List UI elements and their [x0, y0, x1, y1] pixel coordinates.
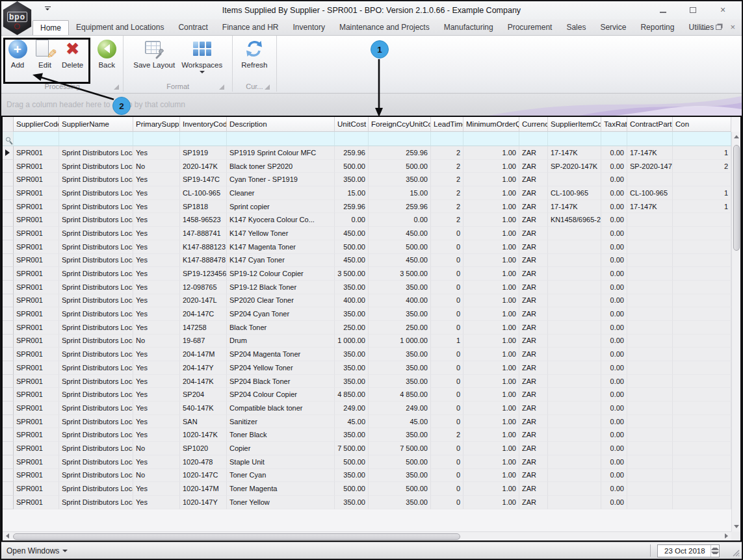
grid-cell[interactable]: 400.00 [369, 294, 431, 308]
filter-cell-suppliercode[interactable] [14, 132, 59, 146]
grid-cell[interactable] [673, 335, 731, 348]
grid-cell[interactable]: Sprint Distributors Local [59, 348, 133, 361]
grid-cell[interactable]: 350.00 [369, 428, 431, 442]
grid-cell[interactable]: 0.00 [601, 173, 627, 186]
grid-cell[interactable]: SPR001 [14, 321, 59, 335]
grid-cell[interactable]: Yes [133, 186, 180, 200]
grid-cell[interactable] [548, 321, 601, 335]
grid-cell[interactable] [627, 335, 673, 348]
grid-cell[interactable]: ZAR [519, 146, 548, 160]
dialog-launcher-icon[interactable] [219, 84, 224, 90]
tab-maintenance-and-projects[interactable]: Maintenance and Projects [332, 20, 437, 35]
grid-cell[interactable]: Yes [133, 496, 180, 509]
maximize-icon[interactable] [684, 5, 701, 16]
grid-cell[interactable]: Black Toner [227, 321, 335, 335]
grid-cell[interactable]: Toner Yellow [227, 496, 335, 509]
grid-cell[interactable]: 1.00 [463, 375, 519, 388]
grid-cell[interactable]: 350.00 [335, 428, 369, 442]
column-header-contractpartno[interactable]: ContractPartNo [627, 117, 673, 132]
grid-cell[interactable]: 0 [431, 227, 463, 240]
grid-cell[interactable]: SP2020 Clear Toner [227, 294, 335, 308]
grid-cell[interactable]: SPR001 [14, 496, 59, 509]
grid-cell[interactable] [627, 496, 673, 509]
grid-cell[interactable]: Sanitizer [227, 415, 335, 429]
grid-cell[interactable]: 1 [431, 335, 463, 348]
grid-cell[interactable]: CL-100-965 [180, 186, 227, 200]
grid-cell[interactable]: 0.00 [601, 442, 627, 455]
grid-cell[interactable] [627, 321, 673, 335]
grid-cell[interactable]: 0.00 [601, 160, 627, 173]
grid-cell[interactable] [548, 267, 601, 281]
grid-cell[interactable]: 350.00 [369, 173, 431, 186]
grid-cell[interactable]: 1.00 [463, 254, 519, 268]
grid-cell[interactable]: Yes [133, 321, 180, 335]
grid-cell[interactable]: 1.00 [463, 482, 519, 496]
delete-button[interactable]: ✖ Delete [59, 37, 86, 70]
grid-cell[interactable]: ZAR [519, 254, 548, 268]
grid-cell[interactable]: 19-687 [180, 335, 227, 348]
grid-cell[interactable]: Yes [133, 213, 180, 227]
table-row[interactable]: SPR001Sprint Distributors LocalYes540-14… [3, 401, 731, 415]
grid-cell[interactable]: Sprint Distributors Local [59, 281, 133, 294]
grid-cell[interactable] [673, 240, 731, 254]
grid-cell[interactable]: 45.00 [335, 415, 369, 429]
open-windows-dropdown[interactable]: Open Windows [7, 546, 68, 555]
tab-service[interactable]: Service [593, 20, 633, 35]
grid-cell[interactable]: No [133, 335, 180, 348]
grid-cell[interactable] [548, 375, 601, 388]
grid-cell[interactable]: 2 [673, 160, 731, 173]
grid-cell[interactable]: 0 [431, 240, 463, 254]
grid-cell[interactable]: 0 [431, 455, 463, 469]
grid-cell[interactable]: SPR001 [14, 348, 59, 361]
grid-cell[interactable] [548, 348, 601, 361]
grid-cell[interactable]: 500.00 [335, 240, 369, 254]
tab-contract[interactable]: Contract [171, 20, 215, 35]
grid-cell[interactable] [548, 469, 601, 483]
grid-cell[interactable]: ZAR [519, 173, 548, 186]
grid-cell[interactable] [627, 213, 673, 227]
grid-cell[interactable]: 15.00 [369, 186, 431, 200]
grid-cell[interactable]: Sprint Distributors Local [59, 375, 133, 388]
date-field[interactable]: 23 Oct 2018 [657, 544, 720, 557]
grid-cell[interactable]: 0.00 [601, 281, 627, 294]
grid-cell[interactable] [548, 415, 601, 429]
table-row[interactable]: SPR001Sprint Distributors LocalYes204-14… [3, 307, 731, 321]
grid-cell[interactable] [673, 415, 731, 429]
grid-cell[interactable] [627, 173, 673, 186]
tab-manufacturing[interactable]: Manufacturing [437, 20, 501, 35]
grid-cell[interactable]: K147-888123 [180, 240, 227, 254]
grid-cell[interactable]: SPR001 [14, 375, 59, 388]
workspaces-button[interactable]: Workspaces [178, 37, 226, 77]
grid-cell[interactable]: Sprint Distributors Local [59, 227, 133, 240]
grid-cell[interactable]: 0 [431, 415, 463, 429]
grid-cell[interactable]: CL-100-965 [548, 186, 601, 200]
filter-cell-suppliername[interactable] [59, 132, 133, 146]
edit-button[interactable]: ✎ Edit [31, 37, 59, 70]
grid-cell[interactable]: Yes [133, 482, 180, 496]
grid-cell[interactable]: Copier [227, 442, 335, 455]
grid-cell[interactable]: SPR001 [14, 213, 59, 227]
tab-sales[interactable]: Sales [559, 20, 593, 35]
grid-cell[interactable]: SPR001 [14, 415, 59, 429]
grid-cell[interactable]: 350.00 [369, 307, 431, 321]
grid-cell[interactable]: 350.00 [335, 307, 369, 321]
grid-cell[interactable]: 0 [431, 496, 463, 509]
grid-cell[interactable]: Sprint Distributors Local [59, 415, 133, 429]
filter-cell-supplieritemcode[interactable] [548, 132, 601, 146]
grid-cell[interactable]: 0 [431, 375, 463, 388]
table-row[interactable]: SPR001Sprint Distributors LocalNo1020-14… [3, 469, 731, 483]
grid-cell[interactable]: Sprint Distributors Local [59, 469, 133, 483]
table-row[interactable]: SPR001Sprint Distributors LocalNo19-687D… [3, 335, 731, 348]
grid-cell[interactable]: K147 Kyocera Colour Co... [227, 213, 335, 227]
grid-cell[interactable]: 1.00 [463, 267, 519, 281]
grid-cell[interactable]: 0 [431, 294, 463, 308]
grid-cell[interactable]: 1458-96523 [180, 213, 227, 227]
grid-cell[interactable] [627, 240, 673, 254]
grid-cell[interactable]: 0 [431, 267, 463, 281]
grid-cell[interactable]: 7 500.00 [335, 442, 369, 455]
grid-cell[interactable] [548, 307, 601, 321]
table-row[interactable]: SPR001Sprint Distributors LocalYes1020-1… [3, 496, 731, 509]
grid-cell[interactable]: SPR001 [14, 388, 59, 401]
grid-cell[interactable]: 1.00 [463, 469, 519, 483]
grid-cell[interactable]: SPR001 [14, 240, 59, 254]
